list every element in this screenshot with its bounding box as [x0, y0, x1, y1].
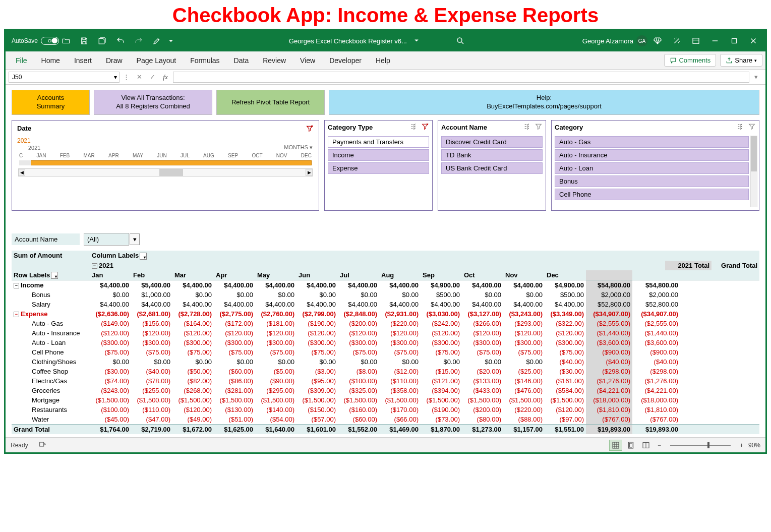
cell-value: ($60.00): [338, 415, 379, 424]
zoom-in-icon[interactable]: +: [737, 442, 746, 449]
qat-dropdown-icon[interactable]: [166, 32, 176, 50]
slicer-item[interactable]: TD Bank: [441, 149, 543, 161]
share-button[interactable]: Share ▾: [720, 54, 762, 67]
worksheet-area: Accounts Summary View All Transactions: …: [6, 85, 765, 437]
multiselect-icon[interactable]: [737, 123, 745, 132]
zoom-slider[interactable]: [670, 445, 731, 446]
cancel-formula-icon[interactable]: ✕: [133, 72, 146, 83]
flash-icon[interactable]: [668, 32, 686, 50]
cell-value: $4,400.00: [255, 300, 296, 309]
redo-icon[interactable]: [130, 32, 148, 50]
cell-value: ($300.00): [338, 338, 379, 347]
tab-data[interactable]: Data: [227, 52, 256, 69]
search-icon[interactable]: [451, 32, 469, 50]
slicer-item[interactable]: Auto - Loan: [555, 162, 749, 174]
cell-value: ($4,221.00): [632, 386, 680, 395]
tab-draw[interactable]: Draw: [99, 52, 130, 69]
fx-icon[interactable]: fx: [159, 72, 172, 83]
slicer-item[interactable]: Discover Credit Card: [441, 136, 543, 148]
slicer-item[interactable]: Bonus: [555, 175, 749, 187]
scroll-right-icon[interactable]: ▶: [306, 169, 313, 176]
timeline-slicer-date[interactable]: Date 2021 2021 MONTHS ▾ CJANFEBMARAPRMAY…: [12, 120, 319, 211]
help-button[interactable]: Help: BuyExcelTemplates.com/pages/suppor…: [329, 90, 759, 115]
collapse-icon[interactable]: −: [14, 283, 19, 288]
clear-filter-icon[interactable]: [535, 123, 543, 132]
tab-developer[interactable]: Developer: [322, 52, 369, 69]
slicer-item[interactable]: Auto - Gas: [555, 136, 749, 148]
tab-page-layout[interactable]: Page Layout: [130, 52, 184, 69]
slicer-item[interactable]: Auto - Insurance: [555, 149, 749, 161]
close-icon[interactable]: [744, 32, 762, 50]
column-filter-icon[interactable]: [140, 253, 147, 260]
diamond-icon[interactable]: [648, 32, 667, 50]
tab-formulas[interactable]: Formulas: [183, 52, 226, 69]
save-all-icon[interactable]: [93, 32, 111, 50]
grip-icon[interactable]: ⋮: [120, 72, 133, 83]
tab-file[interactable]: File: [9, 52, 34, 69]
timeline-month: JUN: [157, 153, 166, 158]
formula-input[interactable]: [173, 72, 749, 83]
grand-total-value: $1,764.00: [90, 425, 131, 434]
timeline-scrollbar[interactable]: ◀ ▶: [18, 168, 313, 176]
row-label: Salary: [12, 300, 90, 309]
filter-value[interactable]: (All) ▾: [84, 233, 129, 246]
tab-view[interactable]: View: [293, 52, 322, 69]
refresh-pivot-button[interactable]: Refresh Pivot Table Report: [216, 90, 325, 115]
macro-record-icon[interactable]: [38, 440, 46, 450]
clear-filter-icon[interactable]: [748, 123, 756, 132]
normal-view-icon[interactable]: [609, 440, 622, 451]
slicer-item[interactable]: US Bank Credit Card: [441, 162, 543, 174]
cell-value: ($30.00): [545, 367, 586, 376]
collapse-icon[interactable]: −: [92, 263, 97, 269]
save-icon[interactable]: [75, 32, 93, 50]
accept-formula-icon[interactable]: ✓: [146, 72, 159, 83]
timeline-level-dropdown[interactable]: MONTHS ▾: [284, 144, 316, 151]
name-box[interactable]: J50 ▾: [9, 72, 120, 83]
scroll-left-icon[interactable]: ◀: [18, 169, 25, 176]
view-transactions-button[interactable]: View All Transactions: All 8 Registers C…: [94, 90, 212, 115]
collapse-icon[interactable]: −: [14, 312, 19, 317]
tab-review[interactable]: Review: [256, 52, 293, 69]
clear-filter-icon[interactable]: [306, 125, 314, 134]
page-break-view-icon[interactable]: [639, 440, 653, 451]
ink-icon[interactable]: [148, 32, 166, 50]
slicer-item[interactable]: Expense: [328, 162, 429, 174]
cell-value: ($1,440.00): [586, 328, 632, 338]
page-layout-view-icon[interactable]: [624, 440, 637, 451]
filter-dropdown-icon[interactable]: ▾: [130, 233, 140, 245]
clear-filter-icon[interactable]: [421, 123, 429, 132]
cell-value: ($75.00): [462, 347, 503, 357]
tab-help[interactable]: Help: [369, 52, 397, 69]
autosave-toggle[interactable]: AutoSave Off: [9, 37, 57, 45]
undo-icon[interactable]: [111, 32, 130, 50]
account-avatar[interactable]: GA: [636, 35, 647, 46]
cell-value: ($4,221.00): [586, 386, 632, 395]
tab-insert[interactable]: Insert: [67, 52, 99, 69]
account-name[interactable]: George Alzamora: [582, 37, 633, 45]
slicer-scrollbar[interactable]: [750, 136, 757, 207]
scroll-thumb[interactable]: [159, 169, 183, 176]
slicer-item[interactable]: Payments and Transfers: [328, 136, 429, 148]
title-dropdown-icon[interactable]: [412, 36, 421, 46]
multiselect-icon[interactable]: [410, 123, 418, 132]
open-icon[interactable]: [57, 32, 75, 50]
cell-value: ($120.00): [172, 405, 214, 415]
slicer-item[interactable]: Cell Phone: [555, 189, 749, 200]
minimize-icon[interactable]: [706, 32, 724, 50]
accounts-summary-button[interactable]: Accounts Summary: [12, 90, 90, 115]
ribbon-mode-icon[interactable]: [687, 32, 705, 50]
formula-expand-icon[interactable]: ▾: [749, 72, 762, 83]
zoom-level[interactable]: 90%: [748, 442, 760, 449]
multiselect-icon[interactable]: [523, 123, 531, 132]
column-labels-cell: Column Labels: [90, 251, 131, 261]
year-group[interactable]: −2021: [90, 261, 131, 270]
zoom-out-icon[interactable]: −: [655, 442, 664, 449]
maximize-icon[interactable]: [725, 32, 743, 50]
slicer-item[interactable]: Income: [328, 149, 429, 161]
comments-button[interactable]: Comments: [664, 54, 716, 67]
row-filter-icon[interactable]: [51, 272, 58, 279]
row-label: Auto - Loan: [12, 338, 90, 347]
tab-home[interactable]: Home: [34, 52, 67, 69]
cell-value: ($88.00): [503, 415, 545, 424]
timeline-range-bar[interactable]: [19, 160, 312, 165]
